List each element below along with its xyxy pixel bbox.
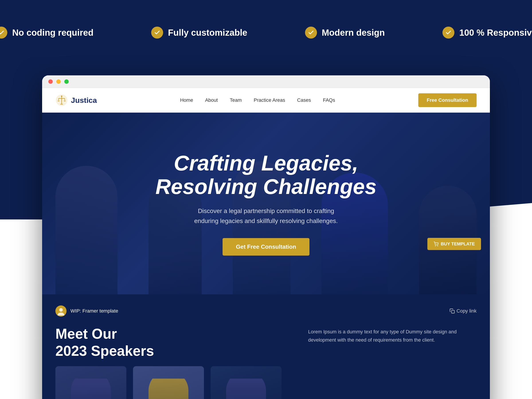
browser-dot-green[interactable] [64,79,69,84]
cart-icon [434,242,438,247]
speaker-card-3 [211,366,282,399]
nav-team[interactable]: Team [230,97,242,103]
browser-chrome [42,75,490,88]
svg-point-10 [59,308,63,312]
speakers-description: Lorem Ipsum is a dummy text for any type… [308,325,477,344]
browser-dot-yellow[interactable] [56,79,61,84]
speakers-left: WIP: Framer template [55,305,118,317]
free-consultation-nav-button[interactable]: Free Consultation [418,93,477,107]
svg-rect-11 [451,310,454,313]
person-shape-1 [55,379,126,399]
nav-cases[interactable]: Cases [297,97,311,103]
site-nav: Justica Home About Team Practice Areas C… [42,88,490,113]
feature-label-modern: Modern design [322,28,385,38]
feature-fully-customizable: Fully customizable [151,27,247,38]
features-bar: No coding required Fully customizable Mo… [0,27,532,38]
feature-no-coding: No coding required [0,27,94,38]
hero-content: Crafting Legacies, Resolving Challenges … [111,151,421,256]
check-icon-no-coding [0,27,7,38]
svg-point-3 [61,95,62,97]
feature-label-customizable: Fully customizable [168,28,247,38]
person-shape-3 [211,379,282,399]
speaker-card-2 [133,366,204,399]
person-shape-2 [133,379,204,399]
speakers-template-label: WIP: Framer template [70,308,118,314]
feature-modern-design: Modern design [305,27,385,38]
copy-icon [450,308,455,314]
feature-label-no-coding: No coding required [12,28,94,38]
hero-subtitle: Discover a legal partnership committed t… [188,206,344,226]
logo-area: Justica [55,94,97,106]
feature-responsive: 100 % Responsive [443,27,532,38]
nav-practice-areas[interactable]: Practice Areas [253,97,285,103]
nav-home[interactable]: Home [180,97,193,103]
browser-dot-red[interactable] [48,79,53,84]
speaker-card-1 [55,366,126,399]
nav-links: Home About Team Practice Areas Cases FAQ… [180,97,335,103]
nav-about[interactable]: About [205,97,218,103]
svg-point-7 [435,246,436,246]
buy-template-button[interactable]: BUY TEMPLATE [427,238,481,250]
speakers-title: Meet Our 2023 Speakers [55,325,245,360]
logo-text: Justica [71,96,97,105]
speaker-cards [55,366,477,399]
check-icon-responsive [443,27,454,38]
nav-faqs[interactable]: FAQs [323,97,335,103]
copy-link-button[interactable]: Copy link [450,308,477,314]
speakers-content: Meet Our 2023 Speakers Lorem Ipsum is a … [55,325,477,360]
svg-point-8 [437,246,438,246]
check-icon-customizable [151,27,163,38]
logo-icon [55,94,68,106]
feature-label-responsive: 100 % Responsive [459,28,532,38]
speakers-top-bar: WIP: Framer template Copy link [55,305,477,317]
hero-section: Crafting Legacies, Resolving Challenges … [42,113,490,294]
hero-title: Crafting Legacies, Resolving Challenges [155,151,377,198]
check-icon-modern [305,27,317,38]
browser-mockup: Justica Home About Team Practice Areas C… [42,75,490,399]
speakers-avatar [55,305,66,317]
speakers-section: WIP: Framer template Copy link Meet Our … [42,294,490,399]
hero-cta-button[interactable]: Get Free Consultation [222,238,310,256]
